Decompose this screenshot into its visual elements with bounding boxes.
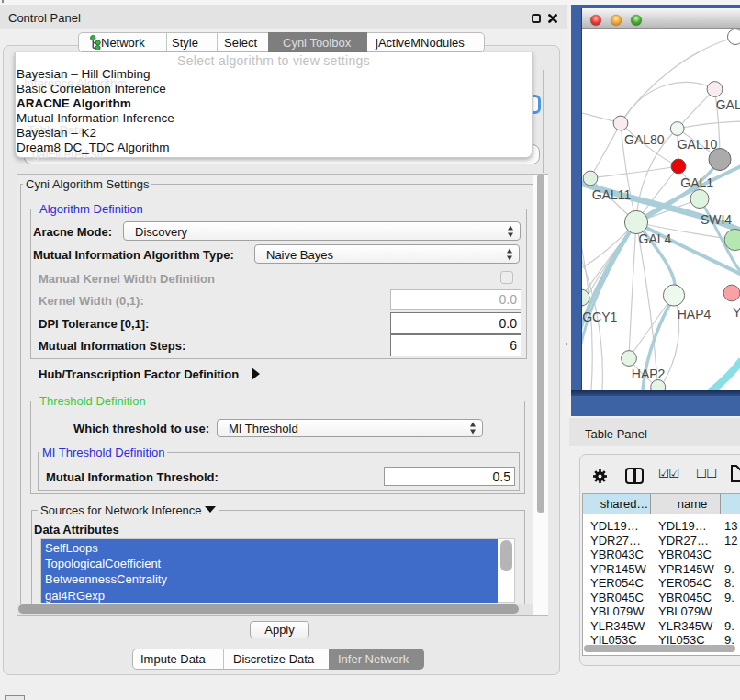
svg-text:GAL1: GAL1 xyxy=(680,175,713,190)
svg-text:GAL4: GAL4 xyxy=(639,231,672,246)
svg-text:Y: Y xyxy=(733,305,740,320)
svg-text:GCY1: GCY1 xyxy=(582,310,617,324)
svg-text:GAL: GAL xyxy=(716,97,740,112)
svg-text:GAL11: GAL11 xyxy=(592,187,632,202)
svg-text:SWI4: SWI4 xyxy=(701,212,732,227)
svg-text:HAP4: HAP4 xyxy=(678,307,712,322)
svg-text:GAL10: GAL10 xyxy=(678,137,718,152)
svg-text:GAL80: GAL80 xyxy=(624,132,665,147)
svg-text:HAP2: HAP2 xyxy=(632,367,666,381)
